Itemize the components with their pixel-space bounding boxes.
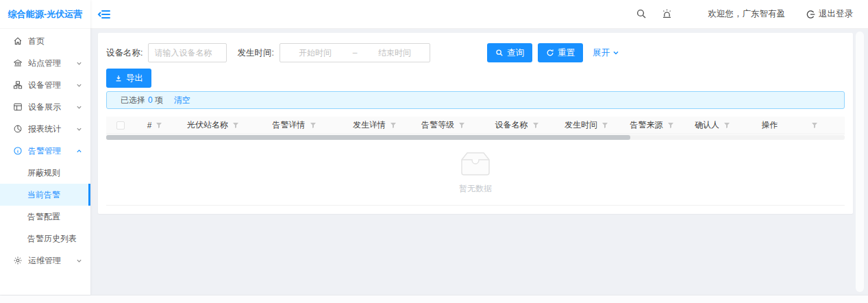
- download-icon: [114, 74, 123, 82]
- range-separator: –: [350, 48, 360, 58]
- column-label: #: [147, 121, 152, 130]
- filter-funnel-icon[interactable]: [602, 122, 608, 129]
- clear-selection-link[interactable]: 清空: [174, 95, 190, 106]
- column-header-actions: 操作: [734, 119, 845, 131]
- sidebar-item-devices[interactable]: 设备管理: [0, 74, 90, 96]
- device-name-label: 设备名称:: [106, 47, 142, 59]
- selection-prefix: 已选择: [121, 95, 145, 106]
- select-all-cell: [106, 121, 135, 130]
- filter-funnel-icon[interactable]: [667, 122, 674, 129]
- sidebar-item-sites[interactable]: 站点管理: [0, 52, 90, 74]
- menu-fold-icon[interactable]: [97, 8, 111, 21]
- filter-funnel-icon[interactable]: [232, 122, 239, 129]
- sidebar-item-alarms[interactable]: 告警管理: [0, 140, 90, 162]
- alarm-icon[interactable]: [661, 8, 673, 20]
- table-empty-state: 暂无数据: [106, 140, 845, 206]
- sidebar: 综合能源-光伏运营 首页 站点管理: [0, 0, 90, 295]
- start-time-placeholder: 开始时间: [280, 47, 350, 59]
- column-label: 告警等级: [421, 119, 454, 131]
- column-label: 设备名称: [495, 119, 528, 131]
- device-name-input[interactable]: [148, 43, 227, 62]
- reload-icon: [546, 49, 554, 57]
- search-icon: [495, 49, 504, 57]
- app-window: 综合能源-光伏运营 首页 站点管理: [0, 0, 868, 303]
- chevron-down-icon: [76, 258, 82, 264]
- reset-button[interactable]: 重置: [538, 43, 583, 62]
- selection-suffix: 项: [155, 95, 163, 106]
- welcome-text: 欢迎您，广东智有盈: [708, 8, 786, 20]
- sidebar-subitem-alarm-config[interactable]: 告警配置: [0, 206, 90, 228]
- layout-icon: [13, 102, 23, 112]
- chevron-down-icon: [612, 49, 619, 56]
- filter-funnel-icon[interactable]: [811, 122, 818, 129]
- column-label: 发生时间: [565, 119, 597, 131]
- occurrence-time-label: 发生时间:: [237, 47, 273, 59]
- column-header-alarm-detail: 告警详情: [251, 119, 337, 131]
- search-icon[interactable]: [636, 8, 647, 20]
- column-label: 操作: [762, 119, 778, 131]
- home-icon: [13, 36, 23, 46]
- column-header-alarm-level: 告警等级: [412, 119, 474, 131]
- empty-box-icon: [454, 150, 497, 178]
- chevron-down-icon: [76, 60, 82, 66]
- search-button[interactable]: 查询: [487, 43, 532, 62]
- sidebar-subitem-alarm-history[interactable]: 告警历史列表: [0, 228, 90, 250]
- bank-icon: [13, 58, 23, 68]
- sidebar-subitem-current-alarms[interactable]: 当前告警: [0, 184, 90, 206]
- export-button[interactable]: 导出: [106, 69, 151, 88]
- filter-funnel-icon[interactable]: [458, 122, 465, 129]
- apartment-icon: [13, 80, 23, 90]
- bottom-strip: [0, 295, 868, 303]
- logout-icon: [806, 10, 815, 19]
- column-header-device-name: 设备名称: [474, 119, 560, 131]
- column-label: 确认人: [695, 119, 719, 131]
- column-header-occurrence-time: 发生时间: [560, 119, 613, 131]
- sidebar-subitem-label: 当前告警: [27, 189, 90, 201]
- sidebar-subitem-label: 告警历史列表: [27, 233, 90, 245]
- selection-bar: 已选择 0 项 清空: [106, 91, 845, 109]
- filter-funnel-icon[interactable]: [723, 122, 730, 129]
- column-label: 告警详情: [273, 119, 306, 131]
- topbar-right: 欢迎您，广东智有盈 退出登录: [636, 8, 868, 20]
- filter-funnel-icon[interactable]: [532, 122, 539, 129]
- pie-chart-icon: [13, 124, 23, 134]
- selection-count: 0: [148, 95, 153, 105]
- sidebar-item-reports[interactable]: 报表统计: [0, 118, 90, 140]
- vertical-scrollbar[interactable]: [856, 32, 864, 292]
- logout-button[interactable]: 退出登录: [806, 8, 853, 20]
- content-area: 设备名称: 发生时间: 开始时间 – 结束时间 查询: [90, 29, 868, 295]
- time-range-picker[interactable]: 开始时间 – 结束时间: [280, 43, 430, 62]
- filter-funnel-icon[interactable]: [310, 122, 317, 129]
- horizontal-scrollbar-thumb[interactable]: [106, 135, 630, 140]
- column-header-confirmer: 确认人: [691, 119, 734, 131]
- sidebar-item-home[interactable]: 首页: [0, 30, 90, 52]
- column-header-alarm-source: 告警来源: [613, 119, 691, 131]
- sidebar-item-operations[interactable]: 运维管理: [0, 250, 90, 271]
- end-time-placeholder: 结束时间: [360, 47, 430, 59]
- sidebar-item-label: 首页: [28, 36, 90, 47]
- column-label: 光伏站名称: [187, 119, 228, 131]
- sidebar-item-display[interactable]: 设备展示: [0, 96, 90, 118]
- filter-funnel-icon[interactable]: [390, 122, 397, 129]
- column-label: 发生详情: [353, 119, 386, 131]
- filter-funnel-icon[interactable]: [156, 122, 162, 129]
- empty-text: 暂无数据: [459, 183, 492, 195]
- filter-buttons: 查询 重置 展开: [487, 43, 619, 62]
- toolbar-row: 导出: [106, 69, 151, 88]
- expand-link-label: 展开: [593, 47, 610, 59]
- horizontal-scrollbar-track[interactable]: [106, 135, 845, 140]
- select-all-checkbox[interactable]: [116, 121, 125, 130]
- reset-button-label: 重置: [558, 47, 575, 59]
- sidebar-subitem-mask-rules[interactable]: 屏蔽规则: [0, 162, 90, 184]
- column-label: 告警来源: [630, 119, 663, 131]
- alert-circle-icon: [13, 146, 23, 156]
- chevron-down-icon: [76, 104, 82, 110]
- expand-link[interactable]: 展开: [593, 47, 619, 59]
- logout-label: 退出登录: [819, 8, 853, 20]
- app-logo: 综合能源-光伏运营: [0, 0, 90, 29]
- export-button-label: 导出: [126, 73, 143, 84]
- gear-icon: [13, 256, 23, 265]
- chevron-down-icon: [76, 82, 82, 88]
- sidebar-subitem-label: 告警配置: [27, 211, 90, 223]
- chevron-up-icon: [76, 148, 82, 154]
